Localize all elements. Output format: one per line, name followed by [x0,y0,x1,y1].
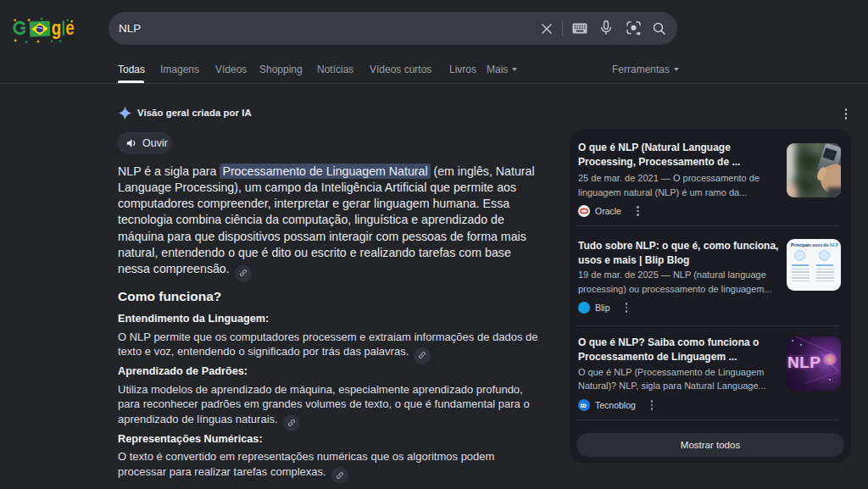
svg-text:e: e [65,18,74,39]
svg-text:tb: tb [580,402,586,409]
svg-text:g: g [52,18,62,39]
